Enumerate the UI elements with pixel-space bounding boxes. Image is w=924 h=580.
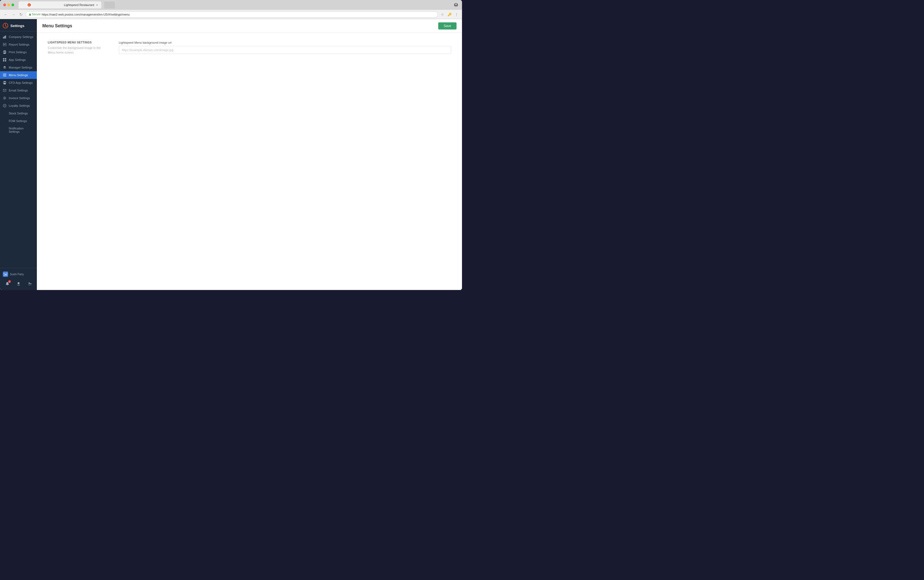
sidebar-navigation: Company Settings Report Settings Print S…: [0, 31, 37, 268]
fdm-icon: [3, 119, 7, 123]
svg-rect-27: [3, 89, 6, 91]
notification-icon: [3, 128, 7, 132]
forward-button[interactable]: →: [10, 12, 16, 18]
report-icon: [3, 43, 7, 46]
sidebar-item-menu[interactable]: Menu Settings: [0, 71, 37, 79]
store-icon: [3, 272, 8, 277]
sidebar-item-label: Email Settings: [9, 89, 28, 92]
sidebar-item-label: Print Settings: [9, 51, 26, 54]
bookmark-icon[interactable]: ☆: [440, 12, 445, 17]
sidebar-item-app[interactable]: App Settings: [0, 56, 37, 64]
svg-rect-21: [3, 74, 6, 74]
main-body: LIGHTSPEED MENU SETTINGS Customize the b…: [37, 33, 462, 290]
browser-window: L Lightspeed Restaurant ✕ ← → ↻ Secure h…: [0, 0, 462, 290]
sidebar-item-label: Menu Settings: [9, 73, 28, 77]
reload-button[interactable]: ↻: [18, 12, 24, 18]
browser-toolbar: ← → ↻ Secure https://nae2-web.posios.com…: [0, 10, 462, 19]
sidebar-item-loyalty[interactable]: ? Loyalty Settings: [0, 102, 37, 109]
sidebar-item-label: Notification Settings: [9, 127, 34, 133]
sidebar: Settings Company Settings Report Setting…: [0, 19, 37, 290]
minimize-button[interactable]: [7, 3, 10, 6]
svg-point-28: [4, 97, 5, 99]
sidebar-item-report[interactable]: Report Settings: [0, 41, 37, 48]
sidebar-item-print[interactable]: Print Settings: [0, 48, 37, 56]
sidebar-item-notification[interactable]: Notification Settings: [0, 125, 37, 135]
svg-rect-20: [5, 60, 6, 61]
tab-title: Lightspeed Restaurant: [64, 3, 94, 7]
sidebar-item-label: Stock Settings: [9, 112, 28, 115]
key-icon[interactable]: 🔑: [447, 12, 452, 17]
url-display: https://nae2-web.posios.com/management/e…: [42, 13, 130, 16]
secure-badge: Secure: [29, 13, 41, 16]
tab-close-icon[interactable]: ✕: [96, 3, 98, 7]
sidebar-item-company[interactable]: Company Settings: [0, 33, 37, 41]
svg-point-16: [5, 52, 6, 53]
svg-rect-15: [3, 53, 6, 54]
sidebar-item-fdm[interactable]: FDM Settings: [0, 117, 37, 125]
save-button[interactable]: Save: [438, 22, 456, 30]
user-button[interactable]: [15, 280, 23, 288]
menu-icon: [3, 73, 7, 77]
app-logo: [3, 23, 8, 28]
email-icon: [3, 89, 7, 92]
svg-point-3: [455, 3, 457, 5]
svg-point-36: [30, 283, 31, 284]
sidebar-footer: Sushi Party 1: [0, 268, 37, 290]
close-button[interactable]: [3, 3, 6, 6]
settings-description: LIGHTSPEED MENU SETTINGS Customize the b…: [48, 41, 108, 54]
main-header: Menu Settings Save: [37, 19, 462, 33]
sidebar-item-label: Invoice Settings: [9, 96, 30, 100]
svg-rect-19: [3, 60, 4, 61]
svg-point-35: [28, 283, 30, 284]
print-icon: [3, 50, 7, 54]
help-icon: ?: [3, 104, 7, 107]
browser-titlebar: L Lightspeed Restaurant ✕: [0, 0, 462, 10]
sidebar-item-stock[interactable]: Stock Settings: [0, 109, 37, 117]
sidebar-item-label: App Settings: [9, 58, 26, 61]
background-image-url-input[interactable]: [119, 46, 451, 54]
sidebar-item-label: FDM Settings: [9, 119, 27, 123]
maximize-button[interactable]: [12, 3, 14, 6]
active-tab[interactable]: L Lightspeed Restaurant ✕: [18, 2, 101, 8]
svg-rect-4: [29, 14, 31, 16]
settings-section: LIGHTSPEED MENU SETTINGS Customize the b…: [48, 41, 451, 54]
sidebar-item-label: Manager Settings: [9, 66, 32, 69]
svg-rect-23: [3, 76, 6, 76]
profile-icon[interactable]: [453, 2, 459, 8]
more-icon[interactable]: ⋮: [454, 12, 459, 17]
store-name: Sushi Party: [10, 273, 24, 276]
section-description: Customize the background image in the Me…: [48, 46, 108, 54]
svg-rect-22: [3, 75, 6, 75]
store-info: Sushi Party: [2, 270, 35, 278]
svg-rect-18: [5, 58, 6, 59]
svg-rect-17: [3, 58, 4, 59]
tab-favicon: L: [24, 2, 62, 8]
gear-icon: [3, 96, 7, 100]
bottom-actions: 1: [2, 278, 35, 288]
sidebar-header: Settings: [0, 19, 37, 31]
stock-icon: [3, 111, 7, 115]
settings-fields: Lightspeed Menu background image url: [119, 41, 451, 54]
sidebar-item-label: Company Settings: [9, 35, 33, 38]
svg-rect-6: [3, 37, 4, 38]
sidebar-item-cfd[interactable]: CFD App Settings: [0, 79, 37, 87]
app-container: Settings Company Settings Report Setting…: [0, 19, 462, 290]
sidebar-item-label: CFD App Settings: [9, 81, 33, 84]
main-content: Menu Settings Save LIGHTSPEED MENU SETTI…: [37, 19, 462, 290]
sidebar-item-email[interactable]: Email Settings: [0, 87, 37, 94]
sidebar-item-label: Loyalty Settings: [9, 104, 30, 107]
inactive-tab[interactable]: [104, 2, 115, 8]
svg-rect-26: [3, 83, 6, 84]
address-bar[interactable]: Secure https://nae2-web.posios.com/manag…: [26, 11, 438, 18]
sidebar-item-label: Report Settings: [9, 43, 30, 46]
sidebar-item-invoice[interactable]: Invoice Settings: [0, 94, 37, 102]
bar-chart-icon: [3, 35, 7, 39]
svg-text:?: ?: [4, 105, 5, 107]
app-icon: [3, 58, 7, 62]
sidebar-title: Settings: [10, 24, 24, 28]
section-heading: LIGHTSPEED MENU SETTINGS: [48, 41, 108, 44]
sidebar-item-manager[interactable]: Manager Settings: [0, 64, 37, 71]
notifications-button[interactable]: 1: [3, 280, 12, 288]
switch-account-button[interactable]: [26, 280, 34, 288]
back-button[interactable]: ←: [3, 12, 9, 18]
